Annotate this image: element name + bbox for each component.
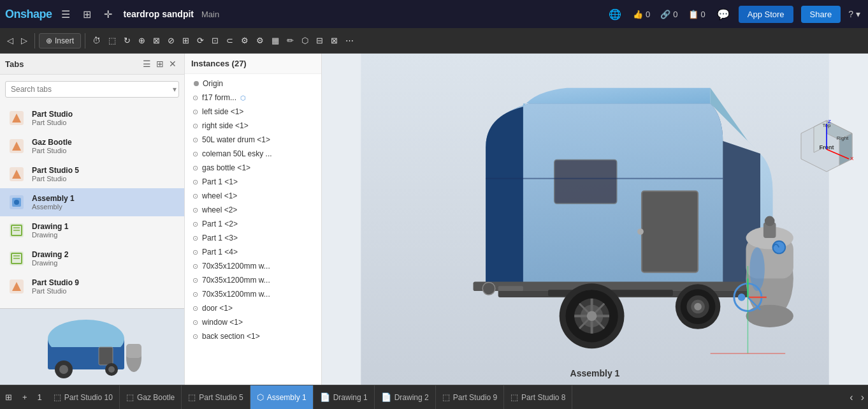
settings-button[interactable]: ⊞ (79, 6, 95, 23)
instance-item-1[interactable]: ⊙f17 form...⬡ (185, 91, 321, 105)
instance-name-14: 70x35x1200mm w... (202, 276, 270, 285)
instance-item-15[interactable]: ⊙70x35x1200mm w... (185, 287, 321, 301)
instance-item-14[interactable]: ⊙70x35x1200mm w... (185, 273, 321, 287)
bottom-tab-label-1: Gaz Bootle (137, 393, 175, 402)
bottom-tab-label-3: Assembly 1 (267, 393, 307, 402)
tab-type-drw2: Drawing (32, 259, 68, 267)
chat-button[interactable]: 💬 (713, 6, 734, 23)
redo-button[interactable]: ▷ (18, 33, 31, 48)
bottom-tab-icon-3: ⬡ (257, 392, 264, 402)
assembly-preview-area (0, 308, 184, 385)
tab-item-drw1[interactable]: Drawing 1 Drawing (0, 216, 184, 244)
instance-item-13[interactable]: ⊙70x35x1200mm w... (185, 259, 321, 273)
svg-rect-37 (642, 191, 698, 272)
search-tabs-input[interactable] (5, 81, 179, 98)
instance-item-18[interactable]: ⊙back section <1> (185, 329, 321, 343)
clock-tool[interactable]: ⏱ (89, 33, 104, 48)
sketch-tool[interactable]: ✏ (284, 33, 297, 48)
bottom-bar: ⊞ + 1 ⬚Part Studio 10⬚Gaz Bootle⬚Part St… (0, 385, 868, 409)
tabs-grid-view-button[interactable]: ⊞ (154, 57, 166, 70)
hamburger-menu-button[interactable]: ☰ (57, 6, 74, 23)
svg-point-59 (482, 282, 495, 295)
instance-item-17[interactable]: ⊙window <1> (185, 315, 321, 329)
transform-tool[interactable]: ⊕ (135, 33, 148, 48)
bottom-tab-6[interactable]: ⬚Part Studio 9 (436, 385, 504, 410)
nav-cube[interactable]: Front Right Top Z X (798, 117, 855, 175)
tabs-panel: Tabs ☰ ⊞ ✕ ▾ Part Studio Part Studio Gaz… (0, 54, 185, 385)
tab-item-ps1[interactable]: Gaz Bootle Part Studio (0, 132, 184, 160)
assem-config-tool[interactable]: ⚙ (253, 33, 267, 48)
instance-name-3: right side <1> (202, 121, 249, 130)
bottom-page-num: 1 (33, 385, 47, 410)
filter-button[interactable]: ▾ (173, 85, 177, 94)
tab-item-ps9[interactable]: Part Studio 9 Part Studio (0, 272, 184, 301)
instance-name-16: door <1> (202, 304, 233, 313)
viewport[interactable]: Front Right Top Z X (322, 54, 868, 385)
boolean-tool[interactable]: ⊂ (223, 33, 236, 48)
instance-icon-11: ⊙ (192, 234, 198, 242)
loft-tool[interactable]: ⊠ (328, 33, 341, 48)
shell-tool[interactable]: ⬡ (298, 33, 312, 48)
instance-item-5[interactable]: ⊙coleman 50L esky ... (185, 147, 321, 161)
bottom-tab-label-2: Part Studio 5 (199, 393, 243, 402)
bottom-tab-icon-0: ⬚ (54, 392, 61, 402)
bottom-add-button[interactable]: + (17, 385, 33, 410)
instance-icon-16: ⊙ (192, 304, 198, 313)
instance-item-8[interactable]: ⊙wheel <1> (185, 189, 321, 203)
bottom-tab-1[interactable]: ⬚Gaz Bootle (120, 385, 182, 410)
part-config-tool[interactable]: ⚙ (238, 33, 252, 48)
instance-item-12[interactable]: ⊙Part 1 <4> (185, 245, 321, 259)
instance-item-0[interactable]: Origin (185, 77, 321, 91)
more-tool[interactable]: ⋯ (342, 33, 357, 48)
tab-item-ps0[interactable]: Part Studio Part Studio (0, 104, 184, 132)
bottom-tab-0[interactable]: ⬚Part Studio 10 (47, 385, 120, 410)
rib-tool[interactable]: ⊟ (313, 33, 326, 48)
box-tool[interactable]: ⬚ (105, 33, 119, 48)
offset-tool[interactable]: ⊡ (208, 33, 222, 48)
instance-item-3[interactable]: ⊙right side <1> (185, 119, 321, 133)
instance-item-6[interactable]: ⊙gas bottle <1> (185, 161, 321, 175)
insert-button[interactable]: ⊕ Insert (39, 33, 81, 48)
links-stat: 🔗 0 (660, 10, 677, 19)
bottom-tab-2[interactable]: ⬚Part Studio 5 (182, 385, 250, 410)
links-count: 0 (673, 10, 677, 19)
help-button[interactable]: ? ▾ (846, 6, 863, 22)
bottom-scroll-right[interactable]: › (857, 385, 868, 410)
instance-item-9[interactable]: ⊙wheel <2> (185, 203, 321, 217)
bottom-scroll-left[interactable]: ‹ (846, 385, 857, 410)
tools-button[interactable]: ✛ (100, 6, 116, 23)
globe-button[interactable]: 🌐 (605, 6, 625, 23)
bottom-tab-label-0: Part Studio 10 (64, 393, 113, 402)
instance-name-9: wheel <2> (202, 205, 237, 214)
tab-item-drw2[interactable]: Drawing 2 Drawing (0, 244, 184, 272)
tabs-close-button[interactable]: ✕ (166, 57, 179, 70)
tab-item-asm1[interactable]: Assembly 1 Assembly (0, 188, 184, 216)
pattern-tool[interactable]: ⊞ (179, 33, 192, 48)
instance-name-15: 70x35x1200mm w... (202, 290, 270, 299)
svg-point-5 (14, 200, 19, 205)
tab-item-ps5[interactable]: Part Studio 5 Part Studio (0, 160, 184, 188)
instance-item-4[interactable]: ⊙50L water drum <1> (185, 133, 321, 147)
undo-button[interactable]: ◁ (4, 33, 17, 48)
share-button[interactable]: Share (801, 6, 841, 23)
parts-tool[interactable]: ▦ (268, 33, 282, 48)
rotate-tool[interactable]: ↻ (120, 33, 134, 48)
svg-text:Right: Right (837, 135, 849, 141)
fix-tool[interactable]: ⊠ (150, 33, 163, 48)
instance-item-2[interactable]: ⊙left side <1> (185, 105, 321, 119)
bottom-tab-7[interactable]: ⬚Part Studio 8 (504, 385, 572, 410)
move-face-tool[interactable]: ⟳ (194, 33, 207, 48)
bottom-tab-5[interactable]: 📄Drawing 2 (375, 385, 436, 410)
instance-item-11[interactable]: ⊙Part 1 <3> (185, 231, 321, 245)
bottom-tab-4[interactable]: 📄Drawing 1 (314, 385, 375, 410)
bottom-tab-3[interactable]: ⬡Assembly 1 (250, 385, 314, 410)
instance-item-7[interactable]: ⊙Part 1 <1> (185, 175, 321, 189)
bottom-layout-button[interactable]: ⊞ (0, 385, 17, 410)
instance-item-10[interactable]: ⊙Part 1 <2> (185, 217, 321, 231)
instance-item-16[interactable]: ⊙door <1> (185, 301, 321, 315)
revolve-tool[interactable]: ⊘ (164, 33, 178, 48)
tabs-list-view-button[interactable]: ☰ (140, 57, 154, 70)
tab-type-ps0: Part Studio (32, 119, 73, 126)
appstore-button[interactable]: App Store (739, 6, 793, 23)
insert-icon: ⊕ (46, 36, 52, 45)
